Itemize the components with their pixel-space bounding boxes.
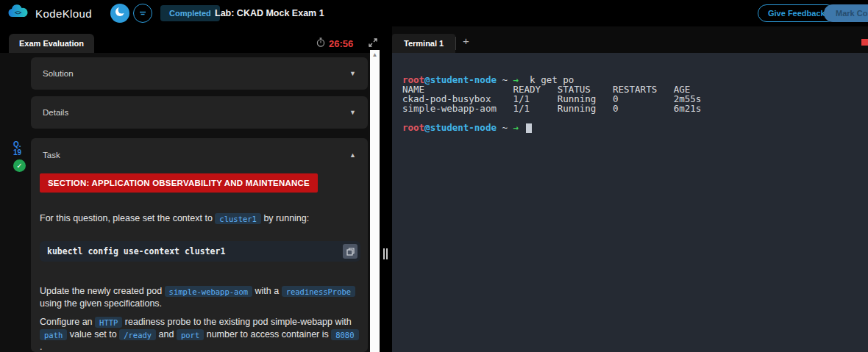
code-chip-path: path [40,329,67,340]
top-bar: <> KodeKloud Completed Lab: CKAD M [0,0,868,26]
expand-icon [368,37,378,48]
terminal-prompt-line: root@student-node ~ → [402,123,868,133]
check-icon: ✓ [16,162,22,170]
brand-name: KodeKloud [35,7,92,20]
moon-icon [115,7,125,20]
menu-button[interactable] [133,4,152,23]
details-section: Details ▼ [31,96,368,129]
kodekloud-cloud-icon: <> [7,4,29,23]
app-root: <> KodeKloud Completed Lab: CKAD M [0,0,868,352]
tab-exam-evaluation[interactable]: Exam Evaluation [9,34,94,53]
new-terminal-button[interactable]: + [463,35,469,47]
code-chip-pod-name: simple-webapp-aom [165,286,252,297]
task-section-header[interactable]: Task ▲ [31,138,368,172]
solution-section: Solution ▼ [31,57,368,90]
section-banner: SECTION: APPLICATION OBSERVABILITY AND M… [40,173,318,193]
tab-separator [455,37,456,50]
theme-toggle-button[interactable] [110,4,129,23]
solution-section-header[interactable]: Solution ▼ [31,57,368,90]
tab-terminal-1[interactable]: Terminal 1 [392,34,455,53]
svg-text:<>: <> [15,10,22,16]
question-complete-badge: ✓ [13,159,26,172]
task-title: Task [43,151,60,159]
left-panel-scrollbar[interactable]: ▲ [370,50,380,352]
task-paragraph-1: Update the newly created pod simple-weba… [40,285,362,310]
recording-indicator [861,39,868,46]
task-paragraph-2: Configure an HTTP readiness probe to the… [40,316,362,352]
code-block-text: kubectl config use-context cluster1 [47,246,225,256]
exam-panel: Exam Evaluation 26:56 Q. [0,26,380,352]
code-chip-readinessprobe: readinessProbe [282,286,356,297]
task-intro: For this question, please set the contex… [40,212,362,225]
code-chip-port: port [177,329,204,340]
task-section: Task ▲ SECTION: APPLICATION OBSERVABILIT… [31,138,368,352]
code-chip-cluster1: cluster1 [215,213,261,224]
status-badge: Completed [160,5,220,21]
chevron-down-icon: ▼ [349,70,356,77]
code-chip-http: HTTP [95,317,122,328]
prompt-arrow-icon: → [513,122,519,133]
prompt-path: ~ [497,122,513,133]
solution-title: Solution [43,69,74,78]
timer-value: 26:56 [329,38,353,49]
stopwatch-icon [316,37,325,50]
divider-drag-handle[interactable] [383,248,388,259]
terminal-screen[interactable]: root@student-node ~ → k get po NAME READ… [392,53,868,352]
mark-complete-button[interactable]: Mark Comp [824,4,868,22]
scrollbar-up-arrow[interactable]: ▲ [370,51,380,58]
list-icon [138,7,147,20]
exam-timer: 26:56 [316,37,353,50]
chevron-up-icon: ▲ [349,151,356,159]
task-body: SECTION: APPLICATION OBSERVABILITY AND M… [31,172,368,352]
code-chip-8080: 8080 [331,329,358,340]
exam-content: Q. 19 ✓ Solution ▼ Details ▼ [0,53,380,352]
terminal-output-row: simple-webapp-aom 1/1 Running 0 6m21s [402,104,868,113]
copy-button[interactable] [343,244,357,259]
terminal-panel: Terminal 1 + root@student-node ~ → k get… [392,26,868,352]
terminal-cursor [526,123,532,133]
code-chip-ready: /ready [119,329,156,340]
question-number: Q. 19 [13,140,21,157]
prompt-user: root [402,122,424,133]
copy-icon [346,248,355,256]
details-title: Details [43,108,68,117]
terminal-tab-bar: Terminal 1 + [392,26,868,53]
panel-divider [380,26,392,352]
lab-title: Lab: CKAD Mock Exam 1 [215,8,324,18]
brand-logo: <> KodeKloud [7,4,92,23]
code-block: kubectl config use-context cluster1 [40,241,360,262]
prompt-host: @student-node [424,122,497,133]
chevron-down-icon: ▼ [349,109,356,116]
details-section-header[interactable]: Details ▼ [31,96,368,129]
expand-panel-button[interactable] [368,37,378,48]
